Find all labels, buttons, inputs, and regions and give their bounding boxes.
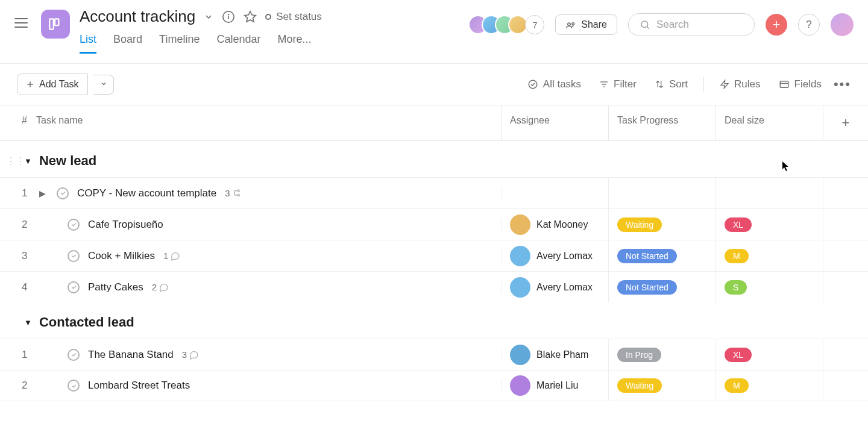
current-user-avatar[interactable] xyxy=(831,13,854,36)
project-tabs: ListBoardTimelineCalendarMore... xyxy=(80,33,474,54)
task-row[interactable]: 1▶COPY - New account template3 xyxy=(0,177,868,208)
assignee-cell[interactable]: Avery Lomax xyxy=(502,272,609,302)
svg-point-12 xyxy=(529,80,537,89)
progress-cell[interactable]: Waiting xyxy=(609,209,716,240)
assignee-cell[interactable]: Blake Pham xyxy=(502,339,609,370)
svg-rect-0 xyxy=(49,19,54,29)
info-icon[interactable] xyxy=(222,10,235,23)
task-name: Cafe Tropisueño xyxy=(88,219,163,231)
section-title: Contacted lead xyxy=(39,314,134,330)
tab-list[interactable]: List xyxy=(80,33,96,54)
assignee-name: Mariel Liu xyxy=(536,380,578,391)
complete-check-icon[interactable] xyxy=(68,281,80,293)
assignee-avatar xyxy=(510,277,530,298)
svg-point-20 xyxy=(237,194,239,196)
task-row[interactable]: 2Cafe TropisueñoKat MooneyWaitingXL xyxy=(0,208,868,240)
assignee-cell[interactable]: Avery Lomax xyxy=(502,240,609,271)
project-dropdown-icon[interactable] xyxy=(204,12,213,22)
task-row[interactable]: 2Lombard Street TreatsMariel LiuWaitingM xyxy=(0,370,868,401)
filter-button[interactable]: Filter xyxy=(593,78,643,90)
collapse-caret-icon[interactable]: ▼ xyxy=(24,157,32,166)
section-header[interactable]: ⋮⋮▼New lead xyxy=(0,141,868,177)
list-toolbar: Add Task All tasks Filter Sort Rules Fie… xyxy=(0,64,868,105)
project-title[interactable]: Account tracking xyxy=(80,7,195,26)
progress-cell[interactable]: Waiting xyxy=(609,371,716,401)
menu-toggle-icon[interactable] xyxy=(14,18,28,28)
column-progress[interactable]: Task Progress xyxy=(609,105,716,140)
assignee-cell[interactable]: Mariel Liu xyxy=(502,371,609,401)
column-task-name[interactable]: Task name xyxy=(36,105,502,140)
column-deal-size[interactable]: Deal size xyxy=(716,105,823,140)
member-avatars[interactable]: 7 xyxy=(474,15,544,34)
column-header-row: # Task name Assignee Task Progress Deal … xyxy=(0,105,868,141)
tab-more[interactable]: More... xyxy=(277,33,311,54)
complete-check-icon[interactable] xyxy=(68,349,80,361)
deal-size-cell[interactable] xyxy=(716,178,823,208)
progress-cell[interactable]: Not Started xyxy=(609,272,716,302)
progress-cell[interactable] xyxy=(609,178,716,208)
help-button[interactable]: ? xyxy=(798,14,820,36)
search-input[interactable]: Search xyxy=(628,13,755,36)
comment-count[interactable]: 3 xyxy=(182,349,199,360)
row-number: 4 xyxy=(0,281,36,293)
task-row[interactable]: 4Patty Cakes2 Avery LomaxNot StartedS xyxy=(0,271,868,302)
svg-marker-21 xyxy=(782,161,788,171)
add-column-button[interactable]: + xyxy=(823,105,868,140)
progress-cell[interactable]: Not Started xyxy=(609,240,716,271)
svg-marker-5 xyxy=(245,11,256,21)
row-number: 3 xyxy=(0,250,36,262)
comment-count[interactable]: 1 xyxy=(163,251,180,261)
progress-pill: Not Started xyxy=(617,249,677,263)
deal-pill: XL xyxy=(725,348,752,362)
cursor-icon xyxy=(782,161,792,171)
deal-size-cell[interactable]: M xyxy=(716,371,823,401)
deal-size-cell[interactable]: S xyxy=(716,272,823,302)
column-number: # xyxy=(0,105,36,140)
search-placeholder: Search xyxy=(656,19,689,31)
subtask-count[interactable]: 3 xyxy=(225,188,243,199)
rules-button[interactable]: Rules xyxy=(714,78,766,90)
assignee-name: Avery Lomax xyxy=(536,251,593,261)
collapse-caret-icon[interactable]: ▼ xyxy=(24,318,32,327)
progress-cell[interactable]: In Prog xyxy=(609,339,716,370)
progress-pill: Not Started xyxy=(617,280,677,295)
complete-check-icon[interactable] xyxy=(68,250,80,262)
global-add-button[interactable]: + xyxy=(766,14,787,36)
column-assignee[interactable]: Assignee xyxy=(502,105,609,140)
complete-check-icon[interactable] xyxy=(68,219,80,231)
row-number: 1 xyxy=(0,187,36,199)
project-icon[interactable] xyxy=(41,10,70,39)
set-status-button[interactable]: Set status xyxy=(265,11,322,23)
assignee-cell[interactable]: Kat Mooney xyxy=(502,209,609,240)
assignee-avatar xyxy=(510,214,530,235)
section-header[interactable]: ▼Contacted lead xyxy=(0,302,868,339)
svg-point-7 xyxy=(572,23,574,25)
tab-timeline[interactable]: Timeline xyxy=(159,33,200,54)
task-row[interactable]: 1The Banana Stand3 Blake PhamIn ProgXL xyxy=(0,339,868,370)
assignee-name: Blake Pham xyxy=(536,349,588,360)
tab-calendar[interactable]: Calendar xyxy=(216,33,260,54)
add-task-button[interactable]: Add Task xyxy=(17,74,88,95)
share-label: Share xyxy=(581,19,607,30)
deal-size-cell[interactable]: XL xyxy=(716,209,823,240)
more-options-icon[interactable]: ••• xyxy=(834,77,851,92)
row-number: 1 xyxy=(0,349,36,361)
share-button[interactable]: Share xyxy=(555,14,617,35)
star-icon[interactable] xyxy=(244,10,257,23)
deal-size-cell[interactable]: M xyxy=(716,240,823,271)
expand-caret-icon[interactable]: ▶ xyxy=(36,189,48,198)
fields-button[interactable]: Fields xyxy=(773,78,828,90)
assignee-cell[interactable] xyxy=(502,178,609,208)
task-row[interactable]: 3Cook + Milkies1 Avery LomaxNot StartedM xyxy=(0,240,868,271)
add-task-dropdown[interactable] xyxy=(94,75,114,95)
complete-check-icon[interactable] xyxy=(57,187,69,199)
complete-check-icon[interactable] xyxy=(68,380,80,392)
sort-button[interactable]: Sort xyxy=(649,78,694,90)
deal-size-cell[interactable]: XL xyxy=(716,339,823,370)
tab-board[interactable]: Board xyxy=(113,33,142,54)
all-tasks-filter[interactable]: All tasks xyxy=(521,78,587,90)
drag-handle-icon[interactable]: ⋮⋮ xyxy=(6,155,17,167)
avatar-overflow-count[interactable]: 7 xyxy=(525,15,544,34)
comment-count[interactable]: 2 xyxy=(152,282,169,292)
task-name: COPY - New account template xyxy=(77,187,216,199)
